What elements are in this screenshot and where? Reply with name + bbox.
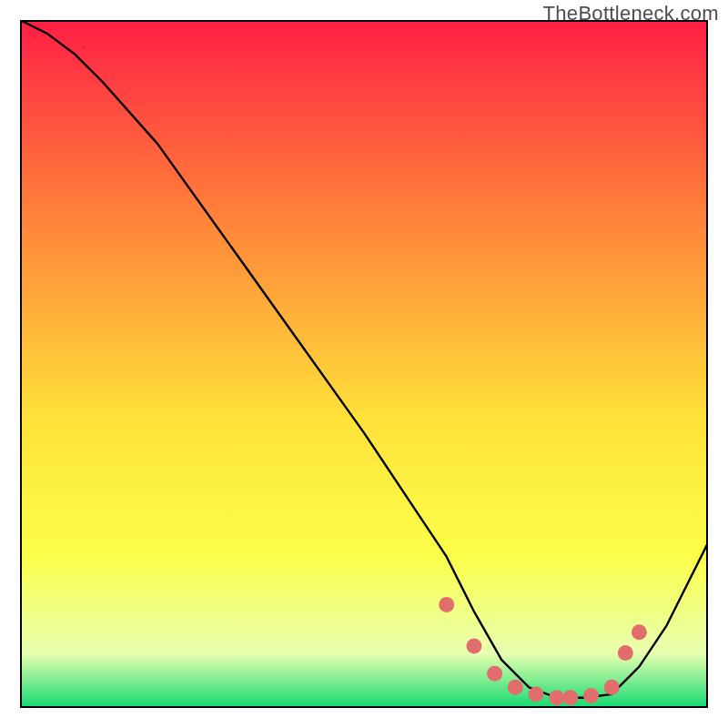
chart-svg bbox=[20, 20, 708, 708]
marker-point bbox=[583, 688, 599, 703]
gradient-background bbox=[20, 20, 708, 708]
chart-frame: TheBottleneck.com bbox=[0, 0, 728, 728]
marker-point bbox=[604, 680, 620, 695]
marker-point bbox=[549, 690, 564, 705]
marker-point bbox=[467, 639, 482, 654]
watermark-label: TheBottleneck.com bbox=[543, 2, 719, 25]
marker-point bbox=[632, 624, 647, 640]
marker-point bbox=[562, 690, 578, 705]
marker-point bbox=[508, 680, 523, 695]
marker-point bbox=[487, 666, 502, 682]
marker-point bbox=[618, 645, 633, 661]
plot-area bbox=[20, 20, 708, 708]
marker-point bbox=[529, 686, 544, 702]
marker-point bbox=[439, 597, 454, 612]
